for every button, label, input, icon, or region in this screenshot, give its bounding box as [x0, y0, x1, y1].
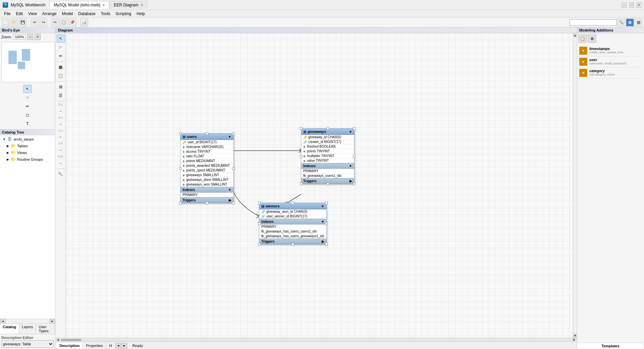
select-tool[interactable]: ↖	[23, 85, 32, 93]
diagram-scroll-up[interactable]: ▲	[573, 33, 577, 37]
winners-index-fk-giveaways[interactable]: fk_giveaways_has_users_giveaways1_idx	[259, 234, 326, 239]
users-triggers-expand[interactable]: ▶	[229, 198, 231, 202]
vert-table-tool[interactable]: ▦	[57, 63, 65, 71]
diagram-vscrollbar[interactable]: ▲ ▼	[573, 33, 577, 338]
winners-resize-br[interactable]	[325, 243, 328, 246]
menu-scripting[interactable]: Scripting	[113, 11, 134, 17]
minimize-button[interactable]: ─	[622, 3, 627, 7]
hand-tool[interactable]: ☞	[23, 94, 32, 102]
giveaways-table[interactable]: ▦ giveaways ▼ 🔑 giveaway_id CHAR(5) 🔗 cr…	[301, 128, 355, 184]
users-field-giveaways-done[interactable]: ◆ giveaways_done SMALLINT	[180, 178, 233, 182]
tree-views[interactable]: ▶ 📁 Views	[1, 149, 54, 156]
winners-field-user-winner[interactable]: 🔗 user_winner_id BIGINT(17)	[259, 214, 326, 219]
toolbar-save[interactable]: 💾	[19, 18, 27, 27]
tree-expand-routines[interactable]: ▶	[7, 158, 9, 161]
users-resize-lm[interactable]	[179, 167, 182, 170]
users-field-nickname[interactable]: ◆ nickname VARCHAR(32)	[180, 145, 233, 149]
menu-file[interactable]: File	[1, 11, 13, 17]
vert-extra-tool[interactable]: 🔧	[57, 170, 65, 178]
users-resize-rm[interactable]	[232, 167, 235, 170]
right-tab-templates[interactable]: Templates	[577, 343, 644, 349]
giveaways-field-multiplier[interactable]: ◆ multiplier TINYINT	[301, 154, 354, 158]
giveaways-field-finished[interactable]: ◆ finished BOOLEAN	[301, 144, 354, 149]
desc-tab-properties[interactable]: Properties	[84, 343, 106, 349]
giveaways-triggers-expand[interactable]: ▶	[350, 179, 352, 183]
giveaways-index-primary[interactable]: PRIMARY	[301, 169, 354, 173]
ma-icon-2[interactable]: ⊞	[588, 35, 596, 43]
users-expand-btn[interactable]: ▼	[228, 135, 231, 139]
users-field-access[interactable]: ◆ access TINYINT	[180, 149, 233, 154]
winners-field-giveaway-won[interactable]: 🔗 giveaway_won_id CHAR(5)	[259, 209, 326, 214]
ma-item-user[interactable]: ★ user username, email, password	[579, 56, 643, 67]
vert-copy-tool[interactable]: 📋	[57, 72, 65, 80]
toolbar-paste[interactable]: 📌	[68, 18, 76, 27]
diagram-canvas[interactable]: ▦ users ▼ 🔑 user_id BIGINT(17) ◆ nicknam…	[66, 33, 573, 338]
winners-expand-btn[interactable]: ▼	[321, 204, 324, 208]
tree-expand-tables[interactable]: ▶	[7, 144, 9, 148]
diagram-scroll-down[interactable]: ▼	[573, 334, 577, 338]
winners-triggers-expand[interactable]: ▶	[322, 240, 324, 243]
view-toggle-2[interactable]: ▤	[635, 18, 643, 27]
eraser-tool[interactable]: ◻	[23, 111, 32, 119]
desc-tab-description[interactable]: Description	[57, 343, 83, 349]
users-resize-bm[interactable]	[206, 202, 208, 204]
giveaways-indexes-expand[interactable]: ▼	[349, 164, 352, 168]
tab-user-types[interactable]: User Types	[36, 324, 55, 334]
giveaways-expand-btn[interactable]: ▼	[349, 130, 352, 134]
users-field-points-spent[interactable]: ◆ points_spent MEDIUMINT	[180, 168, 233, 173]
winners-index-fk-users[interactable]: fk_giveaways_has_users_users1_idx	[259, 229, 326, 234]
giveaways-field-creator[interactable]: 🔗 creator_id BIGINT(17)	[301, 140, 354, 144]
vert-rel-1nb[interactable]: ─	[57, 146, 65, 154]
panel-nav-left[interactable]: ◄	[0, 319, 5, 324]
toolbar-redo[interactable]: ↪	[39, 18, 47, 27]
model-tab[interactable]: MySQL Model (toho.mwb) ✕	[49, 1, 109, 9]
text-tool[interactable]: T	[23, 120, 32, 128]
tab-layers[interactable]: Layers	[19, 324, 36, 334]
desc-nav-left[interactable]: ◄	[116, 343, 121, 348]
menu-model[interactable]: Model	[59, 11, 76, 17]
giveaways-resize-tl[interactable]	[300, 127, 303, 130]
diagram-tab[interactable]: EER Diagram ✕	[109, 1, 147, 9]
users-resize-br[interactable]	[232, 202, 235, 204]
close-button[interactable]: ✕	[637, 3, 641, 7]
users-table[interactable]: ▦ users ▼ 🔑 user_id BIGINT(17) ◆ nicknam…	[180, 133, 234, 203]
menu-database[interactable]: Database	[75, 11, 98, 17]
users-field-points[interactable]: ◆ points MEDIUMINT	[180, 159, 233, 163]
winners-resize-tm[interactable]	[291, 202, 294, 204]
vert-rel-11[interactable]: ─	[57, 107, 65, 115]
giveaways-indexes-header[interactable]: Indexes ▼	[301, 163, 354, 169]
giveaways-field-id[interactable]: 🔑 giveaway_id CHAR(5)	[301, 135, 354, 140]
winners-indexes-header[interactable]: Indexes ▼	[259, 219, 326, 225]
pencil-tool[interactable]: ✏	[23, 102, 32, 110]
users-field-points-awarded[interactable]: ◆ points_awarded MEDIUMINT	[180, 163, 233, 168]
winners-resize-tl[interactable]	[258, 202, 261, 204]
winners-resize-lm[interactable]	[258, 222, 261, 225]
menu-tools[interactable]: Tools	[98, 11, 113, 17]
panel-nav-right[interactable]: ►	[50, 319, 55, 324]
users-resize-bl[interactable]	[179, 202, 182, 204]
diagram-hscrollbar[interactable]: ◄ ►	[55, 338, 577, 342]
giveaways-resize-lm[interactable]	[300, 155, 303, 158]
winners-resize-rm[interactable]	[325, 222, 328, 225]
vert-rel-1n[interactable]: ─	[57, 120, 65, 128]
users-resize-tm[interactable]	[206, 132, 208, 135]
description-select[interactable]: giveaways: Table	[1, 340, 54, 348]
users-field-user-id[interactable]: 🔑 user_id BIGINT(17)	[180, 140, 233, 145]
users-indexes-expand[interactable]: ▼	[228, 188, 231, 192]
tree-tables[interactable]: ▶ 📁 Tables	[1, 143, 54, 149]
desc-nav-right[interactable]: ►	[122, 343, 127, 348]
tree-routines[interactable]: ▶ 📁 Routine Groups	[1, 156, 54, 163]
winners-table[interactable]: ▦ winners ▼ 🔗 giveaway_won_id CHAR(5) 🔗 …	[259, 203, 327, 245]
toolbar-copy[interactable]: 📋	[60, 18, 68, 27]
menu-arrange[interactable]: Arrange	[40, 11, 59, 17]
menu-edit[interactable]: Edit	[13, 11, 25, 17]
toolbar-open[interactable]: 📁	[10, 18, 18, 27]
toolbar-cut[interactable]: ✂	[51, 18, 59, 27]
tree-expand-root[interactable]: ▼	[3, 138, 6, 141]
giveaways-resize-rm[interactable]	[353, 155, 356, 158]
ma-item-category[interactable]: ★ category subcategory, name	[579, 67, 643, 79]
giveaways-resize-bm[interactable]	[326, 183, 329, 185]
search-input[interactable]	[570, 19, 616, 26]
winners-indexes-expand[interactable]: ▼	[321, 220, 324, 223]
vert-select-tool[interactable]: ↖	[57, 35, 65, 43]
